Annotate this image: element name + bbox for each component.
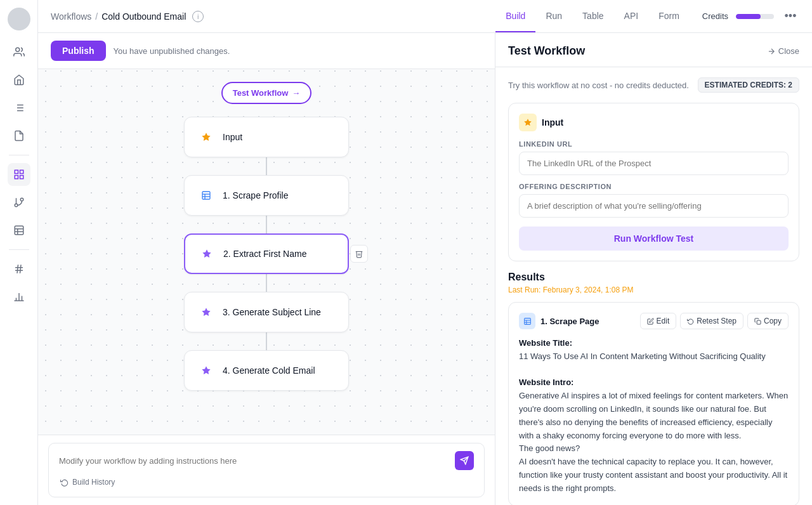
- info-icon[interactable]: i: [192, 11, 204, 22]
- connector-3: [266, 274, 267, 292]
- sidebar-icon-document[interactable]: [8, 124, 30, 147]
- node-extract-label: 2. Extract First Name: [223, 249, 306, 259]
- edit-button[interactable]: Edit: [640, 313, 677, 329]
- workflow-area: Test Workflow → Input: [38, 69, 495, 450]
- publish-button[interactable]: Publish: [51, 41, 106, 61]
- node-scrape-icon: [197, 187, 215, 204]
- svg-rect-10: [20, 176, 23, 179]
- svg-rect-8: [20, 170, 23, 173]
- build-history-label: Build History: [72, 478, 115, 487]
- workflow-send-button[interactable]: [455, 451, 474, 470]
- last-run-timestamp: Last Run: February 3, 2024, 1:08 PM: [508, 285, 799, 294]
- test-workflow-button[interactable]: Test Workflow →: [221, 82, 312, 104]
- nav-right: Credits •••: [702, 8, 799, 25]
- sidebar-icon-list[interactable]: [8, 96, 30, 119]
- node-extract-first-name[interactable]: 2. Extract First Name: [184, 233, 349, 274]
- sidebar-divider-1: [9, 155, 29, 155]
- right-panel: Test Workflow Close Try this workflow at…: [495, 33, 812, 505]
- website-intro-value: Generative AI inspires a lot of mixed fe…: [519, 391, 788, 493]
- svg-rect-33: [524, 318, 530, 324]
- website-title-value: 11 Ways To Use AI In Content Marketing W…: [519, 351, 766, 361]
- node-email-label: 4. Generate Cold Email: [223, 365, 315, 376]
- node-input[interactable]: Input: [184, 117, 349, 157]
- result-card-icon: [519, 313, 535, 329]
- tab-form[interactable]: Form: [648, 1, 690, 32]
- input-section-icon: [519, 114, 537, 131]
- result-card-actions: Edit Retest Step: [640, 313, 789, 329]
- input-section: Input LINKEDIN URL OFFERING DESCRIPTION …: [508, 103, 799, 261]
- tab-api[interactable]: API: [614, 1, 649, 32]
- workflow-instruction-input[interactable]: [59, 456, 450, 466]
- build-history-link[interactable]: Build History: [59, 475, 474, 489]
- credits-notice-text: Try this workflow at no cost - no credit…: [508, 81, 689, 90]
- node-subject-icon: [197, 303, 215, 321]
- retest-step-button[interactable]: Retest Step: [680, 313, 743, 329]
- input-section-header: Input: [519, 114, 789, 131]
- estimated-credits-badge: ESTIMATED CREDITS: 2: [698, 77, 799, 93]
- svg-rect-26: [202, 192, 210, 199]
- more-options-button[interactable]: •••: [782, 8, 799, 25]
- breadcrumb-current: Cold Outbound Email: [102, 11, 186, 22]
- sidebar-icon-users[interactable]: [8, 41, 30, 63]
- app-logo: [8, 8, 30, 30]
- sidebar: [0, 0, 38, 505]
- panel-header: Test Workflow Close: [495, 33, 812, 67]
- result-card-content: Website Title: 11 Ways To Use AI In Cont…: [519, 337, 789, 495]
- sidebar-icon-hashtag[interactable]: [8, 258, 30, 280]
- topnav: Workflows / Cold Outbound Email i Build …: [38, 0, 812, 33]
- workflow-input-inner: [59, 451, 474, 470]
- node-input-label: Input: [223, 132, 242, 142]
- result-card-header: 1. Scrape Page Edit: [519, 313, 789, 329]
- breadcrumb-parent[interactable]: Workflows: [51, 11, 91, 22]
- svg-rect-9: [15, 176, 18, 179]
- node-input-icon: [197, 128, 215, 146]
- sidebar-icon-grid[interactable]: [8, 163, 30, 186]
- results-title: Results: [508, 272, 799, 283]
- node-generate-subject[interactable]: 3. Generate Subject Line: [184, 292, 349, 332]
- node-delete-button[interactable]: [350, 245, 368, 263]
- tab-table[interactable]: Table: [572, 1, 613, 32]
- credits-progress-bar: [736, 14, 774, 19]
- breadcrumb: Workflows / Cold Outbound Email i: [51, 11, 495, 22]
- test-workflow-arrow-icon: →: [292, 88, 300, 98]
- node-generate-email[interactable]: 4. Generate Cold Email: [184, 350, 349, 391]
- workflow-input-box: Build History: [48, 443, 485, 497]
- result-card-scrape-page: 1. Scrape Page Edit: [508, 302, 799, 505]
- credits-fill: [736, 14, 761, 19]
- node-scrape-profile[interactable]: 1. Scrape Profile: [184, 175, 349, 216]
- panel-close-button[interactable]: Close: [767, 46, 799, 56]
- unpublished-message: You have unpublished changes.: [114, 46, 230, 56]
- run-workflow-test-button[interactable]: Run Workflow Test: [519, 226, 789, 251]
- sidebar-icon-table[interactable]: [8, 219, 30, 242]
- tab-run[interactable]: Run: [535, 1, 572, 32]
- sidebar-icon-home[interactable]: [8, 69, 30, 91]
- sidebar-icon-chart[interactable]: [8, 285, 30, 308]
- edit-label: Edit: [657, 317, 670, 325]
- publish-bar: Publish You have unpublished changes.: [38, 33, 495, 69]
- content-area: Publish You have unpublished changes. Te…: [38, 33, 812, 505]
- connector-1: [266, 157, 267, 175]
- connector-2: [266, 216, 267, 233]
- test-workflow-label: Test Workflow: [233, 88, 289, 98]
- main-area: Workflows / Cold Outbound Email i Build …: [38, 0, 812, 505]
- svg-point-0: [15, 48, 19, 51]
- tab-build[interactable]: Build: [495, 1, 535, 32]
- svg-point-13: [15, 204, 18, 207]
- panel-close-label: Close: [778, 46, 799, 56]
- credits-notice: Try this workflow at no cost - no credit…: [508, 77, 799, 93]
- offering-description-input[interactable]: [519, 194, 789, 218]
- connector-4: [266, 332, 267, 350]
- canvas: Publish You have unpublished changes. Te…: [38, 33, 495, 505]
- breadcrumb-separator: /: [95, 11, 98, 22]
- credits-label: Credits: [702, 11, 728, 21]
- sidebar-icon-branch[interactable]: [8, 191, 30, 214]
- workflow-input-area: Build History: [38, 435, 495, 505]
- retest-label: Retest Step: [697, 317, 737, 325]
- copy-label: Copy: [764, 317, 782, 325]
- node-extract-icon: [198, 245, 216, 263]
- node-subject-label: 3. Generate Subject Line: [223, 307, 321, 317]
- input-section-title: Input: [542, 117, 563, 128]
- panel-title: Test Workflow: [508, 44, 585, 58]
- copy-button[interactable]: Copy: [747, 313, 789, 329]
- linkedin-url-input[interactable]: [519, 152, 789, 175]
